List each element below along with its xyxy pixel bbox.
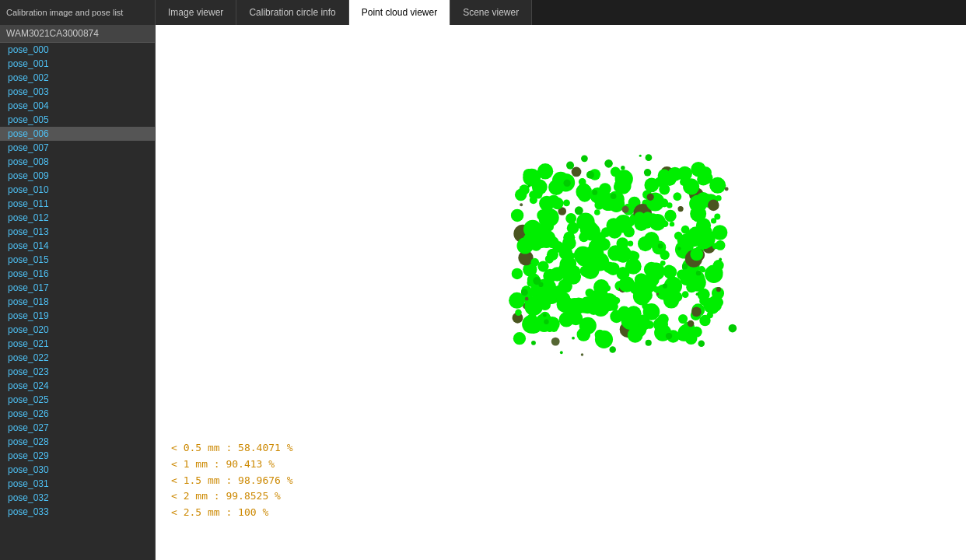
pose-item-pose_009[interactable]: pose_009: [0, 169, 155, 183]
pose-list: pose_000pose_001pose_002pose_003pose_004…: [0, 43, 155, 519]
pose-item-pose_015[interactable]: pose_015: [0, 253, 155, 267]
tab-calibration-circle[interactable]: Calibration circle info: [236, 0, 348, 25]
stat-line-5: < 2.5 mm : 100 %: [171, 505, 293, 521]
pose-item-pose_000[interactable]: pose_000: [0, 43, 155, 57]
stat-line-3: < 1.5 mm : 98.9676 %: [171, 473, 293, 489]
pose-item-pose_033[interactable]: pose_033: [0, 505, 155, 519]
pose-item-pose_011[interactable]: pose_011: [0, 197, 155, 211]
pose-item-pose_016[interactable]: pose_016: [0, 267, 155, 281]
sidebar-title-text: Calibration image and pose list: [6, 8, 123, 17]
stats-overlay: < 0.5 mm : 58.4071 % < 1 mm : 90.413 % <…: [171, 440, 293, 521]
stat-line-1: < 0.5 mm : 58.4071 %: [171, 440, 293, 457]
pose-item-pose_026[interactable]: pose_026: [0, 407, 155, 421]
pose-item-pose_021[interactable]: pose_021: [0, 337, 155, 351]
pose-item-pose_003[interactable]: pose_003: [0, 85, 155, 99]
pose-item-pose_024[interactable]: pose_024: [0, 379, 155, 393]
pose-item-pose_014[interactable]: pose_014: [0, 239, 155, 253]
tab-image-viewer[interactable]: Image viewer: [156, 0, 236, 25]
sidebar-title: Calibration image and pose list: [0, 0, 156, 25]
sidebar: WAM3021CA3000874 pose_000pose_001pose_00…: [0, 25, 156, 560]
pose-item-pose_004[interactable]: pose_004: [0, 99, 155, 113]
stat-line-2: < 1 mm : 90.413 %: [171, 457, 293, 473]
pose-item-pose_023[interactable]: pose_023: [0, 365, 155, 379]
pose-item-pose_025[interactable]: pose_025: [0, 393, 155, 407]
pose-item-pose_019[interactable]: pose_019: [0, 309, 155, 323]
pose-item-pose_018[interactable]: pose_018: [0, 295, 155, 309]
pose-item-pose_030[interactable]: pose_030: [0, 463, 155, 477]
pose-item-pose_031[interactable]: pose_031: [0, 477, 155, 491]
stat-line-4: < 2 mm : 99.8525 %: [171, 488, 293, 505]
pose-item-pose_010[interactable]: pose_010: [0, 183, 155, 197]
pose-item-pose_013[interactable]: pose_013: [0, 225, 155, 239]
pose-item-pose_005[interactable]: pose_005: [0, 113, 155, 127]
pose-item-pose_020[interactable]: pose_020: [0, 323, 155, 337]
tab-point-cloud[interactable]: Point cloud viewer: [349, 0, 450, 25]
pose-item-pose_008[interactable]: pose_008: [0, 155, 155, 169]
pose-item-pose_001[interactable]: pose_001: [0, 57, 155, 71]
pose-item-pose_017[interactable]: pose_017: [0, 281, 155, 295]
pose-item-pose_007[interactable]: pose_007: [0, 141, 155, 155]
main-area: WAM3021CA3000874 pose_000pose_001pose_00…: [0, 25, 966, 560]
content-area: < 0.5 mm : 58.4071 % < 1 mm : 90.413 % <…: [156, 25, 966, 560]
pose-item-pose_006[interactable]: pose_006: [0, 127, 155, 141]
tabs-container: Image viewer Calibration circle info Poi…: [156, 0, 532, 25]
pose-item-pose_028[interactable]: pose_028: [0, 435, 155, 449]
tab-scene-viewer[interactable]: Scene viewer: [450, 0, 532, 25]
pose-item-pose_029[interactable]: pose_029: [0, 449, 155, 463]
pose-item-pose_012[interactable]: pose_012: [0, 211, 155, 225]
pose-item-pose_002[interactable]: pose_002: [0, 71, 155, 85]
pose-item-pose_032[interactable]: pose_032: [0, 491, 155, 505]
device-label: WAM3021CA3000874: [0, 25, 155, 43]
pose-item-pose_022[interactable]: pose_022: [0, 351, 155, 365]
top-bar: Calibration image and pose list Image vi…: [0, 0, 966, 25]
pose-item-pose_027[interactable]: pose_027: [0, 421, 155, 435]
